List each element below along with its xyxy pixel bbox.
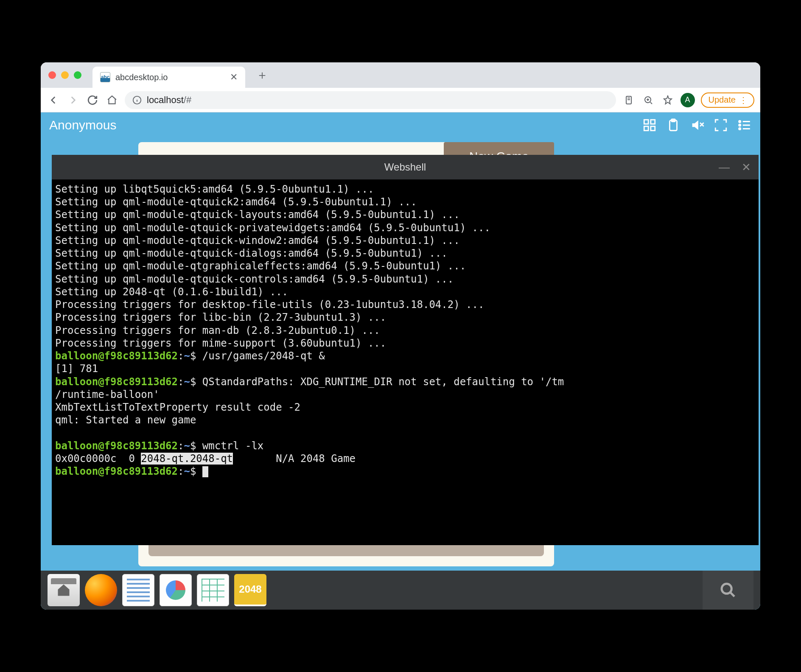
terminal-line: Setting up qml-module-qtquick-layouts:am… <box>55 209 460 221</box>
more-icon: ⋮ <box>739 95 747 105</box>
minimize-window-button[interactable] <box>61 71 69 79</box>
svg-point-12 <box>722 584 731 594</box>
prompt-char: $ <box>190 350 196 362</box>
home-folder-icon <box>56 582 71 598</box>
terminal-line: Processing triggers for man-db (2.8.3-2u… <box>55 325 380 336</box>
prompt-path: ~ <box>184 465 190 477</box>
prompt-sep: : <box>178 440 184 452</box>
dock-calc[interactable] <box>197 574 229 606</box>
prompt-user: balloon@f98c89113d62 <box>55 376 178 388</box>
dock: 2048 <box>41 571 760 610</box>
desktop-header-icons <box>642 118 752 132</box>
dock-2048[interactable]: 2048 <box>234 574 266 606</box>
terminal-line: qml: Started a new game <box>55 414 196 426</box>
close-window-button[interactable] <box>48 71 56 79</box>
tab-strip: abc abcdesktop.io ✕ ＋ <box>41 62 760 88</box>
search-icon <box>720 582 737 599</box>
reload-button[interactable] <box>86 93 99 107</box>
window-controls <box>48 71 81 79</box>
remote-desktop: Anonymous New Game Webshell — ✕ <box>41 112 760 610</box>
minimize-icon[interactable]: — <box>719 161 730 174</box>
terminal-titlebar[interactable]: Webshell — ✕ <box>52 155 759 179</box>
prompt-user: balloon@f98c89113d62 <box>55 350 178 362</box>
svg-rect-6 <box>651 126 655 131</box>
tab-title: abcdesktop.io <box>115 73 168 82</box>
svg-point-9 <box>739 120 741 122</box>
browser-toolbar: localhost/# A Update ⋮ <box>41 88 760 112</box>
new-tab-button[interactable]: ＋ <box>256 67 268 83</box>
bookmark-icon[interactable] <box>661 93 675 107</box>
svg-point-11 <box>739 128 741 129</box>
profile-avatar[interactable]: A <box>681 93 695 107</box>
terminal-line: QStandardPaths: XDG_RUNTIME_DIR not set,… <box>202 376 564 388</box>
terminal-line: Processing triggers for libc-bin (2.27-3… <box>55 311 386 323</box>
terminal-command: wmctrl -lx <box>202 440 264 452</box>
back-button[interactable] <box>47 93 60 107</box>
desktop-header: Anonymous <box>41 112 760 138</box>
prompt-path: ~ <box>184 440 190 452</box>
terminal-line: Setting up libqt5quick5:amd64 (5.9.5-0ub… <box>55 183 374 195</box>
terminal-line: Setting up qml-module-qtquick-window2:am… <box>55 235 460 246</box>
prompt-sep: : <box>178 465 184 477</box>
close-icon[interactable]: ✕ <box>742 161 751 174</box>
terminal-line: Setting up qml-module-qtquick-controls:a… <box>55 273 454 285</box>
close-tab-icon[interactable]: ✕ <box>230 72 238 83</box>
volume-mute-icon[interactable] <box>690 118 704 132</box>
terminal-line: N/A 2048 Game <box>233 453 356 465</box>
terminal-line: Setting up 2048-qt (0.1.6-1build1) ... <box>55 286 288 298</box>
svg-point-10 <box>739 124 741 126</box>
dock-impress[interactable] <box>160 574 192 606</box>
svg-rect-4 <box>651 120 655 124</box>
prompt-path: ~ <box>184 350 190 362</box>
prompt-sep: : <box>178 376 184 388</box>
site-info-icon[interactable] <box>132 95 142 105</box>
update-label: Update <box>709 95 736 105</box>
prompt-char: $ <box>190 440 196 452</box>
prompt-char: $ <box>190 465 196 477</box>
terminal-line: Setting up qml-module-qtquick2:amd64 (5.… <box>55 196 417 208</box>
url-text: localhost/# <box>147 95 191 106</box>
terminal-command: /usr/games/2048-qt & <box>202 350 325 362</box>
address-bar[interactable]: localhost/# <box>125 91 616 109</box>
prompt-sep: : <box>178 350 184 362</box>
menu-list-icon[interactable] <box>737 118 752 132</box>
browser-window: abc abcdesktop.io ✕ ＋ localhost/# <box>41 62 760 610</box>
terminal-line: Processing triggers for mime-support (3.… <box>55 337 386 349</box>
dock-firefox[interactable] <box>85 574 117 606</box>
dock-writer[interactable] <box>122 574 154 606</box>
terminal-line: /runtime-balloon' <box>55 389 160 400</box>
terminal-line: Setting up qml-module-qtquick-privatewid… <box>55 222 490 234</box>
terminal-window: Webshell — ✕ Setting up libqt5quick5:amd… <box>52 155 759 545</box>
svg-rect-5 <box>644 126 648 131</box>
prompt-char: $ <box>190 376 196 388</box>
prompt-user: balloon@f98c89113d62 <box>55 440 178 452</box>
zoom-icon[interactable] <box>641 93 655 107</box>
prompt-user: balloon@f98c89113d62 <box>55 465 178 477</box>
terminal-line: [1] 781 <box>55 363 98 375</box>
dock-search[interactable] <box>703 571 753 610</box>
apps-icon[interactable] <box>642 118 657 132</box>
fullscreen-icon[interactable] <box>714 118 728 132</box>
terminal-line: Processing triggers for desktop-file-uti… <box>55 299 484 311</box>
terminal-line: Setting up qml-module-qtquick-dialogs:am… <box>55 247 448 259</box>
reader-icon[interactable] <box>622 93 636 107</box>
cursor <box>202 466 208 477</box>
highlighted-text: 2048-qt.2048-qt <box>141 453 233 465</box>
username-label: Anonymous <box>49 118 116 132</box>
svg-rect-3 <box>644 120 648 124</box>
terminal-line: Setting up qml-module-qtgraphicaleffects… <box>55 260 466 272</box>
update-button[interactable]: Update ⋮ <box>701 92 755 108</box>
maximize-window-button[interactable] <box>74 71 81 79</box>
terminal-title: Webshell <box>384 161 426 173</box>
terminal-line: 0x00c0000c 0 <box>55 453 141 465</box>
dock-files[interactable] <box>48 574 80 606</box>
favicon-icon: abc <box>100 72 110 82</box>
clipboard-icon[interactable] <box>666 118 681 132</box>
prompt-path: ~ <box>184 376 190 388</box>
forward-button[interactable] <box>66 93 80 107</box>
home-button[interactable] <box>105 93 119 107</box>
terminal-body[interactable]: Setting up libqt5quick5:amd64 (5.9.5-0ub… <box>52 179 759 545</box>
browser-tab[interactable]: abc abcdesktop.io ✕ <box>92 67 245 88</box>
terminal-line: XmbTextListToTextProperty result code -2 <box>55 401 300 413</box>
